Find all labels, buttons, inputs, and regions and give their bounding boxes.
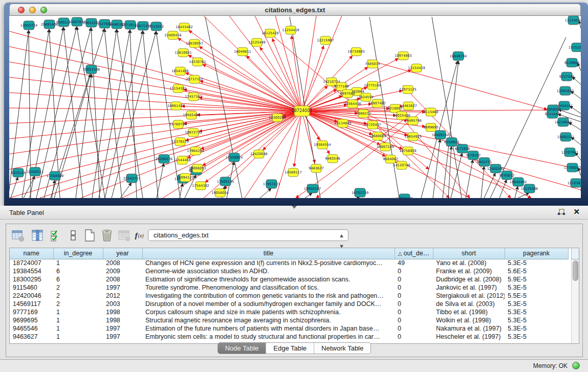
citation-edge-red[interactable] [302, 16, 316, 111]
table-cell[interactable]: 9777169 [10, 308, 53, 316]
citation-edge-black[interactable] [63, 27, 83, 198]
table-cell[interactable]: 5.3E-5 [505, 324, 568, 333]
table-cell[interactable]: 9465546 [10, 324, 53, 333]
citation-edge-black[interactable] [99, 30, 130, 198]
paper-node[interactable]: 16782759 [352, 188, 369, 197]
cited-paper-node[interactable]: 19734903 [347, 48, 365, 56]
citation-edge-black[interactable] [481, 166, 484, 198]
cited-paper-node[interactable]: 14569117 [285, 168, 302, 177]
cited-paper-node[interactable]: 20737312 [186, 75, 203, 83]
citation-edge-black[interactable] [180, 183, 183, 198]
table-cell[interactable]: 19384554 [10, 267, 53, 275]
paper-node[interactable]: 6571938 [455, 144, 470, 153]
table-cell[interactable]: Hescheler et al. (1997) [433, 333, 505, 341]
table-cell[interactable]: 5.3E-5 [505, 259, 568, 267]
paper-node[interactable]: 15751074 [569, 43, 581, 52]
table-row[interactable]: 946554611997Estimation of the future num… [10, 324, 568, 333]
table-cell[interactable]: Disruption of a novel member of a sodium… [142, 300, 395, 308]
table-row[interactable]: 1872400712008Changes of HCN gene express… [10, 259, 568, 267]
citation-edge-red[interactable] [302, 111, 407, 136]
cited-paper-node[interactable]: 19056054 [211, 189, 229, 197]
citation-edge-black[interactable] [156, 31, 180, 198]
table-cell[interactable]: Nakamura et al. (1997) [433, 324, 505, 333]
table-cell[interactable]: 5.6E-5 [505, 267, 568, 275]
table-cell[interactable]: 5.3E-5 [505, 316, 568, 324]
vertical-scrollbar[interactable] [571, 259, 579, 343]
paper-node[interactable]: 16648784 [450, 52, 467, 60]
citation-edge-black[interactable] [130, 30, 137, 198]
paper-node[interactable]: 9455771 [477, 158, 492, 166]
table-cell[interactable]: Investigating the contribution of common… [142, 292, 395, 300]
column-header-pagerank[interactable]: pagerank [505, 248, 568, 259]
table-cell[interactable]: 5.3E-5 [505, 300, 568, 308]
citation-edge-red[interactable] [9, 111, 302, 139]
cited-paper-node[interactable]: 19384554 [314, 141, 331, 149]
table-cell[interactable]: 6 [53, 275, 103, 283]
table-cell[interactable]: 1 [53, 316, 103, 324]
table-cell[interactable]: Franke et al. (2009) [433, 267, 505, 275]
table-cell[interactable]: 1 [53, 308, 103, 316]
citation-edge-black[interactable] [77, 27, 105, 198]
paper-node[interactable]: 7515552 [149, 22, 164, 31]
paper-node[interactable]: 19645402 [510, 178, 527, 186]
tab-network-table[interactable]: Network Table [314, 343, 371, 354]
citation-edge-black[interactable] [448, 146, 451, 198]
cited-paper-node[interactable]: 10688609 [369, 132, 386, 140]
table-cell[interactable]: Embryonic stem cells: a model to study s… [142, 333, 395, 341]
table-cell[interactable]: 0 [395, 316, 433, 324]
paper-node[interactable]: 22342757 [123, 174, 141, 183]
table-cell[interactable]: Estimation of significance thresholds fo… [142, 275, 395, 283]
citation-edge-red[interactable] [203, 64, 302, 111]
cited-paper-node[interactable]: 18541408 [171, 67, 189, 75]
table-cell[interactable]: 9115460 [10, 283, 53, 292]
table-cell[interactable]: 0 [395, 308, 433, 316]
citation-edge-black[interactable] [52, 180, 55, 198]
table-cell[interactable]: Changes of HCN gene expression and I(f) … [142, 259, 395, 267]
column-header-in_degree[interactable]: in_degree [53, 248, 103, 259]
citation-edge-red[interactable] [302, 16, 342, 111]
paper-node[interactable]: 17359924 [226, 153, 243, 162]
table-cell[interactable]: 5.5E-5 [505, 292, 568, 300]
cited-paper-node[interactable]: 19756928 [399, 147, 417, 155]
cited-paper-node[interactable]: 9699695 [423, 123, 438, 132]
cited-paper-node[interactable]: 22400416 [164, 31, 182, 39]
table-cell[interactable]: 2003 [103, 300, 142, 308]
citation-network-graph[interactable]: 1405572420691406859511711607834106532871… [9, 16, 581, 198]
paper-node[interactable]: 9358923 [444, 138, 459, 146]
table-cell[interactable]: 0 [395, 283, 433, 292]
table-cell[interactable]: Corpus callosum shape and size in male p… [142, 308, 395, 316]
table-cell[interactable]: 2 [53, 283, 103, 292]
cited-paper-node[interactable]: 15720407 [364, 121, 381, 129]
table-row[interactable]: 911546021997Tourette syndrome. Phenomeno… [10, 283, 568, 292]
paper-node[interactable]: 11124034 [565, 16, 581, 25]
paper-node[interactable]: 20206576 [156, 155, 173, 163]
cited-paper-node[interactable]: 18972731 [185, 128, 202, 137]
window-titlebar[interactable]: citations_edges.txt [9, 4, 581, 16]
citation-edge-black[interactable] [112, 31, 156, 198]
cited-paper-node[interactable]: 17964254 [187, 147, 204, 155]
cited-paper-node[interactable]: 12973125 [399, 85, 417, 94]
table-cell[interactable]: 6 [53, 267, 103, 275]
paper-node[interactable]: 13505135 [217, 177, 234, 186]
table-cell[interactable]: 2008 [103, 275, 142, 283]
table-cell[interactable]: 18724007 [10, 259, 53, 267]
table-cell[interactable]: 2008 [103, 259, 142, 267]
table-row[interactable]: 1938455462009Genome-wide association stu… [10, 267, 568, 275]
citation-edge-black[interactable] [558, 110, 581, 117]
table-cell[interactable]: 1998 [103, 316, 142, 324]
delete-icon[interactable] [100, 229, 114, 242]
cited-paper-node[interactable]: 14120746 [393, 161, 410, 169]
citation-edge-red[interactable] [184, 90, 302, 111]
table-cell[interactable]: Jankovic et al. (1997) [433, 283, 505, 292]
tab-node-table[interactable]: Node Table [218, 343, 267, 354]
paper-node[interactable]: 20053346 [83, 65, 100, 74]
paper-node[interactable]: 16210643 [555, 118, 572, 126]
cited-paper-node[interactable]: 15376575 [171, 138, 189, 146]
select-rows-icon[interactable] [49, 229, 62, 242]
cited-paper-node[interactable]: 18775165 [364, 81, 381, 90]
table-cell[interactable]: 2009 [103, 267, 142, 275]
cited-paper-node[interactable]: 19565404 [183, 111, 200, 119]
paper-node[interactable]: 9245012 [499, 171, 514, 180]
cited-paper-node[interactable]: 22420046 [250, 150, 268, 158]
cited-paper-node[interactable]: 12125449 [248, 38, 266, 47]
